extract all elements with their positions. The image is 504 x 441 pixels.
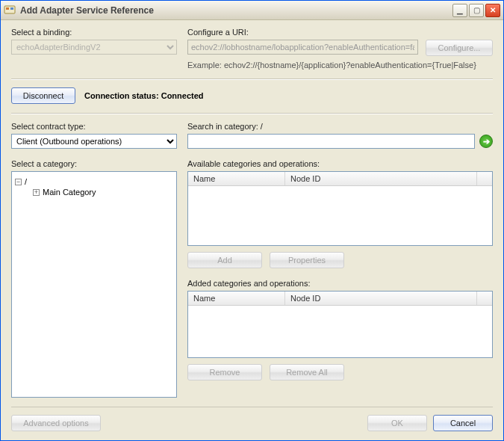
svg-rect-2	[10, 7, 13, 10]
tree-children: + Main Category	[33, 187, 173, 197]
advanced-options-button[interactable]: Advanced options	[11, 415, 101, 431]
available-listview[interactable]: Name Node ID	[187, 171, 493, 246]
category-tree-label: Select a category:	[11, 159, 177, 168]
added-label: Added categories and operations:	[187, 279, 493, 288]
binding-select[interactable]: echoAdapterBindingV2	[11, 40, 177, 55]
content-area: Select a binding: echoAdapterBindingV2 C…	[1, 20, 503, 440]
ok-button[interactable]: OK	[367, 415, 427, 431]
window-controls: ▁ ▢ ✕	[452, 4, 500, 17]
removeall-button[interactable]: Remove All	[270, 364, 344, 380]
connection-status-label: Connection status:	[84, 91, 159, 100]
tree-toggle-minus-icon[interactable]: −	[15, 179, 22, 185]
category-pane: Select a category: − / + Main Category	[11, 153, 177, 398]
added-buttons: Remove Remove All	[187, 364, 493, 380]
added-header: Name Node ID	[188, 292, 492, 306]
uri-label: Configure a URI:	[187, 28, 493, 37]
main-grid: Select a category: − / + Main Category	[11, 153, 493, 398]
search-label: Search in category: /	[187, 122, 493, 131]
config-row: Select a binding: echoAdapterBindingV2 C…	[11, 28, 493, 70]
uri-example: Example: echov2://{hostname}/{applicatio…	[187, 61, 493, 70]
available-label: Available categories and operations:	[187, 159, 493, 168]
configure-button[interactable]: Configure...	[426, 40, 493, 56]
uri-input[interactable]	[187, 40, 418, 55]
added-listview[interactable]: Name Node ID	[187, 291, 493, 358]
search-input[interactable]	[187, 134, 475, 149]
available-header: Name Node ID	[188, 172, 492, 186]
search-go-icon[interactable]: ➔	[479, 135, 493, 148]
window-root: Add Adapter Service Reference ▁ ▢ ✕ Sele…	[0, 0, 504, 441]
added-col-end	[477, 292, 492, 305]
contract-group: Select contract type: Client (Outbound o…	[11, 122, 177, 149]
separator-1	[11, 78, 493, 80]
app-icon	[4, 4, 16, 16]
svg-rect-1	[6, 7, 9, 10]
contract-select[interactable]: Client (Outbound operations)	[11, 134, 177, 149]
separator-2	[11, 113, 493, 114]
added-col-nodeid[interactable]: Node ID	[285, 292, 477, 305]
available-col-end	[477, 172, 492, 185]
disconnect-button[interactable]: Disconnect	[11, 87, 75, 104]
binding-group: Select a binding: echoAdapterBindingV2	[11, 28, 177, 55]
properties-button[interactable]: Properties	[270, 252, 344, 268]
tree-root-label: /	[25, 177, 27, 186]
footer-bar: Advanced options OK Cancel	[11, 407, 493, 431]
available-buttons: Add Properties	[187, 252, 493, 268]
connection-status-row: Disconnect Connection status: Connected	[11, 87, 493, 104]
connection-status-value: Connected	[161, 91, 204, 100]
available-col-nodeid[interactable]: Node ID	[285, 172, 477, 185]
connection-status: Connection status: Connected	[84, 91, 204, 100]
cancel-button[interactable]: Cancel	[433, 415, 493, 431]
close-button[interactable]: ✕	[485, 4, 500, 17]
uri-group: Configure a URI: Configure... Example: e…	[187, 28, 493, 70]
binding-label: Select a binding:	[11, 28, 177, 37]
tree-item-main-category[interactable]: + Main Category	[33, 187, 173, 197]
minimize-button[interactable]: ▁	[452, 4, 467, 17]
tree-item-label: Main Category	[43, 188, 96, 197]
added-col-name[interactable]: Name	[188, 292, 285, 305]
titlebar: Add Adapter Service Reference ▁ ▢ ✕	[1, 1, 503, 20]
tree-toggle-plus-icon[interactable]: +	[33, 189, 40, 196]
contract-search-row: Select contract type: Client (Outbound o…	[11, 122, 493, 149]
operations-pane: Available categories and operations: Nam…	[187, 153, 493, 398]
remove-button[interactable]: Remove	[187, 364, 262, 380]
window-title: Add Adapter Service Reference	[20, 5, 452, 16]
contract-label: Select contract type:	[11, 122, 177, 131]
tree-root[interactable]: − /	[15, 176, 173, 187]
add-button[interactable]: Add	[187, 252, 262, 268]
available-col-name[interactable]: Name	[188, 172, 285, 185]
maximize-button[interactable]: ▢	[469, 4, 484, 17]
category-tree[interactable]: − / + Main Category	[11, 171, 177, 398]
search-group: Search in category: / ➔	[187, 122, 493, 149]
